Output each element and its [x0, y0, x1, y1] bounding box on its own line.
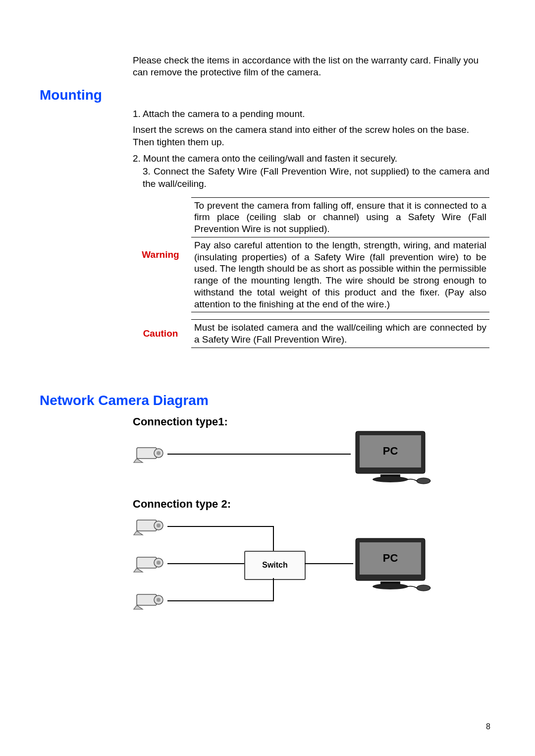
switch-label: Switch [262, 561, 288, 570]
caution-row-1: Must be isolated camera and the wall/cei… [191, 320, 489, 348]
svg-point-6 [373, 476, 408, 482]
step-3: 3. Connect the Safety Wire (Fall Prevent… [133, 166, 489, 190]
connection-line [273, 578, 274, 601]
caution-table: Caution Must be isolated camera and the … [133, 319, 489, 348]
connection-line [167, 526, 274, 527]
diagram-type-1: PC [133, 431, 489, 491]
pc-label-text: PC [383, 445, 398, 457]
diagram-type-2: Switch PC [133, 514, 489, 628]
caution-label: Caution [133, 320, 191, 348]
camera-icon [133, 553, 167, 574]
document-page: Please check the items in accordance wit… [0, 0, 535, 756]
connection-line [167, 454, 351, 455]
connection-line [305, 563, 353, 564]
pc-label-text: PC [383, 552, 398, 564]
intro-paragraph: Please check the items in accordance wit… [133, 55, 489, 78]
warning-label: Warning [133, 197, 191, 312]
svg-point-20 [373, 583, 408, 589]
step-2: 2. Mount the camera onto the ceiling/wal… [133, 153, 489, 165]
warning-row-1: To prevent the camera from falling off, … [191, 197, 489, 237]
svg-point-7 [417, 478, 430, 484]
svg-rect-14 [137, 594, 157, 605]
insert-screws-paragraph: Insert the screws on the camera stand in… [133, 124, 489, 148]
svg-point-13 [157, 561, 160, 565]
connection-line [167, 563, 244, 564]
pc-icon: PC [353, 429, 432, 486]
pc-icon: PC [353, 536, 432, 593]
svg-rect-0 [137, 448, 157, 459]
connection-type-2-heading: Connection type 2: [133, 498, 495, 511]
connection-line [273, 526, 274, 551]
warning-row-2: Pay also careful attention to the length… [191, 237, 489, 312]
step-1: 1. Attach the camera to a pending mount. [133, 108, 489, 120]
camera-icon [133, 590, 167, 611]
page-number: 8 [486, 722, 490, 731]
svg-rect-8 [137, 520, 157, 531]
diagram-heading: Network Camera Diagram [40, 393, 495, 408]
svg-point-2 [157, 451, 160, 455]
warning-table: Warning To prevent the camera from falli… [133, 197, 489, 313]
connection-type-1-heading: Connection type1: [133, 415, 495, 428]
camera-icon [133, 444, 167, 465]
switch-box: Switch [244, 551, 306, 580]
connection-line [167, 600, 274, 601]
svg-rect-11 [137, 557, 157, 568]
svg-point-10 [157, 523, 160, 527]
mounting-body: 1. Attach the camera to a pending mount.… [133, 108, 489, 190]
svg-point-21 [417, 585, 430, 591]
mounting-heading: Mounting [40, 87, 495, 103]
svg-point-16 [157, 598, 160, 602]
camera-icon [133, 516, 167, 537]
